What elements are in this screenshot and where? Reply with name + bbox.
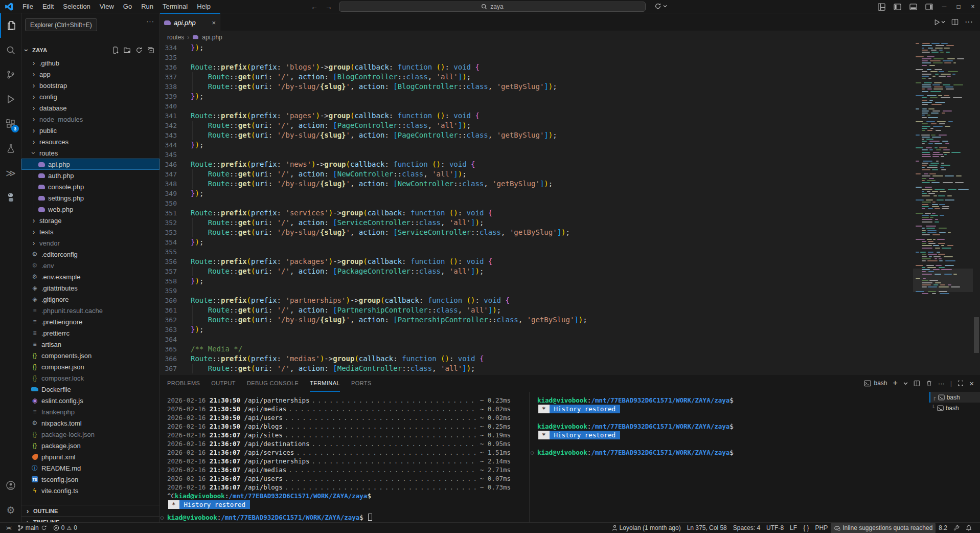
- sidebar-item-search[interactable]: [0, 38, 21, 62]
- kill-terminal-icon[interactable]: [926, 380, 932, 387]
- tree-item-config[interactable]: ›config: [21, 91, 159, 102]
- tree-item--prettierrc[interactable]: ≡.prettierrc: [21, 327, 159, 339]
- collapse-all-icon[interactable]: [147, 47, 154, 54]
- terminal-shell-item[interactable]: bash: [864, 380, 887, 387]
- customize-layout-icon[interactable]: [874, 3, 890, 11]
- code-line[interactable]: 366Route::prefix(prefix: 'medias')->grou…: [160, 354, 980, 364]
- panel-more-actions-icon[interactable]: ···: [938, 380, 945, 387]
- tree-item-readme-md[interactable]: ⓘREADME.md: [21, 462, 159, 474]
- code-line[interactable]: 353 Route::get(uri: '/by-slug/{slug}', a…: [160, 228, 980, 237]
- new-file-icon[interactable]: [112, 47, 119, 54]
- copilot-status-item[interactable]: ! Inline suggestions quota reached: [831, 523, 936, 533]
- maximize-button[interactable]: □: [951, 0, 966, 13]
- explorer-more-actions-icon[interactable]: ···: [146, 17, 154, 25]
- tree-item-phpunit-xml[interactable]: phpunit.xml: [21, 451, 159, 462]
- tree-item-app[interactable]: ›app: [21, 69, 159, 80]
- eol-item[interactable]: LF: [787, 523, 800, 533]
- terminal-right-pane[interactable]: kiad@vivobook:/mnt/77EBAD932D6C1571/WORK…: [530, 392, 980, 522]
- tree-item--gitignore[interactable]: ◈.gitignore: [21, 294, 159, 305]
- code-line[interactable]: 351Route::prefix(prefix: 'services')->gr…: [160, 208, 980, 218]
- minimize-button[interactable]: ─: [937, 0, 951, 13]
- code-line[interactable]: 339});: [160, 92, 980, 101]
- code-line[interactable]: 346Route::prefix(prefix: 'news')->group(…: [160, 160, 980, 169]
- code-line[interactable]: 355: [160, 247, 980, 257]
- menu-item-selection[interactable]: Selection: [58, 0, 95, 13]
- code-line[interactable]: 359: [160, 286, 980, 296]
- cursor-position-item[interactable]: Ln 375, Col 58: [684, 523, 730, 533]
- close-button[interactable]: ×: [966, 0, 980, 13]
- tree-item-console-php[interactable]: console.php: [21, 181, 159, 192]
- sidebar-item-source-control[interactable]: [0, 62, 21, 87]
- code-line[interactable]: 358});: [160, 276, 980, 286]
- breadcrumb[interactable]: routes › api.php: [160, 31, 980, 43]
- run-button[interactable]: [933, 19, 945, 26]
- outline-section[interactable]: › OUTLINE: [21, 505, 159, 516]
- sidebar-item-python[interactable]: [0, 185, 21, 210]
- code-line[interactable]: 364: [160, 335, 980, 344]
- menu-item-go[interactable]: Go: [119, 0, 136, 13]
- panel-tab-terminal[interactable]: TERMINAL: [310, 374, 340, 392]
- code-line[interactable]: 338 Route::get(uri: '/by-slug/{slug}', a…: [160, 82, 980, 92]
- tree-item-auth-php[interactable]: auth.php: [21, 170, 159, 181]
- code-line[interactable]: 349});: [160, 189, 980, 198]
- tree-item--editorconfig[interactable]: ⚙.editorconfig: [21, 249, 159, 260]
- wrench-icon[interactable]: [950, 523, 963, 533]
- toggle-sidebar-icon[interactable]: [890, 3, 905, 11]
- language-mode-item[interactable]: PHP: [812, 523, 831, 533]
- branch-item[interactable]: main: [14, 523, 50, 533]
- tree-item-vite-config-ts[interactable]: ϟvite.config.ts: [21, 485, 159, 496]
- code-line[interactable]: 356Route::prefix(prefix: 'packages')->gr…: [160, 257, 980, 266]
- code-line[interactable]: 367 Route::get(uri: '/', action: [MediaC…: [160, 364, 980, 373]
- code-editor[interactable]: 334});335 336Route::prefix(prefix: 'blog…: [160, 43, 980, 374]
- code-line[interactable]: 352 Route::get(uri: '/', action: [Servic…: [160, 218, 980, 228]
- nav-back-icon[interactable]: ←: [311, 3, 318, 11]
- code-line[interactable]: 335: [160, 53, 980, 62]
- tree-item-artisan[interactable]: ≡artisan: [21, 339, 159, 350]
- tree-item-bootstrap[interactable]: ›bootstrap: [21, 80, 159, 91]
- menu-item-edit[interactable]: Edit: [38, 0, 58, 13]
- close-panel-icon[interactable]: ×: [969, 379, 974, 388]
- terminal-list-item[interactable]: ┌bash: [929, 392, 980, 403]
- explorer-section-header[interactable]: › ZAYA: [21, 44, 159, 56]
- tree-item-frankenphp[interactable]: ≡frankenphp: [21, 406, 159, 417]
- code-line[interactable]: 357 Route::get(uri: '/', action: [Packag…: [160, 266, 980, 276]
- new-terminal-icon[interactable]: +: [893, 379, 898, 388]
- code-line[interactable]: 360Route::prefix(prefix: 'partnerships')…: [160, 296, 980, 305]
- sidebar-item-remote-explorer[interactable]: ≫: [0, 161, 21, 185]
- tree-item--prettierignore[interactable]: ≡.prettierignore: [21, 316, 159, 327]
- code-line[interactable]: 334});: [160, 43, 980, 53]
- tree-item-package-json[interactable]: {}package.json: [21, 440, 159, 451]
- code-line[interactable]: 336Route::prefix(prefix: 'blogs')->group…: [160, 62, 980, 72]
- php-version-item[interactable]: 8.2: [936, 523, 950, 533]
- minimap[interactable]: [913, 43, 973, 374]
- code-line[interactable]: 362 Route::get(uri: '/by-slug/{slug}', a…: [160, 315, 980, 325]
- tree-item-settings-php[interactable]: settings.php: [21, 192, 159, 204]
- code-line[interactable]: 354});: [160, 237, 980, 247]
- copilot-icon[interactable]: [654, 3, 667, 10]
- git-blame-item[interactable]: Loyolan (1 month ago): [609, 523, 684, 533]
- code-line[interactable]: 340: [160, 101, 980, 111]
- code-line[interactable]: 344});: [160, 140, 980, 150]
- tree-item--env-example[interactable]: ⚙.env.example: [21, 271, 159, 282]
- terminal-list-item[interactable]: └bash: [929, 403, 980, 413]
- code-line[interactable]: 363});: [160, 325, 980, 335]
- remote-indicator[interactable]: ><: [3, 523, 14, 533]
- tree-item--github[interactable]: ›.github: [21, 57, 159, 69]
- problems-item[interactable]: 0 ⚠ 0: [50, 523, 80, 533]
- tree-item--phpunit-result-cache[interactable]: ≡.phpunit.result.cache: [21, 305, 159, 316]
- tree-item-nixpacks-toml[interactable]: ⚙nixpacks.toml: [21, 417, 159, 429]
- sidebar-item-extensions[interactable]: 3: [0, 112, 21, 136]
- code-line[interactable]: 347 Route::get(uri: '/', action: [NewCon…: [160, 169, 980, 179]
- code-line[interactable]: 348 Route::get(uri: '/by-slug/{slug}', a…: [160, 179, 980, 189]
- accounts-icon[interactable]: [0, 473, 21, 498]
- tab-api-php[interactable]: api.php ×: [160, 13, 220, 31]
- code-line[interactable]: 343 Route::get(uri: '/by-slug/{slug}', a…: [160, 130, 980, 140]
- tree-item-routes[interactable]: ›routes: [21, 147, 159, 159]
- tree-item-public[interactable]: ›public: [21, 125, 159, 136]
- panel-tab-problems[interactable]: PROBLEMS: [167, 374, 200, 392]
- tree-item-tsconfig-json[interactable]: TStsconfig.json: [21, 474, 159, 485]
- settings-gear-icon[interactable]: ⚙: [0, 498, 21, 522]
- panel-tab-ports[interactable]: PORTS: [351, 374, 372, 392]
- menu-item-help[interactable]: Help: [192, 0, 215, 13]
- tree-item--env[interactable]: ⚙.env: [21, 260, 159, 271]
